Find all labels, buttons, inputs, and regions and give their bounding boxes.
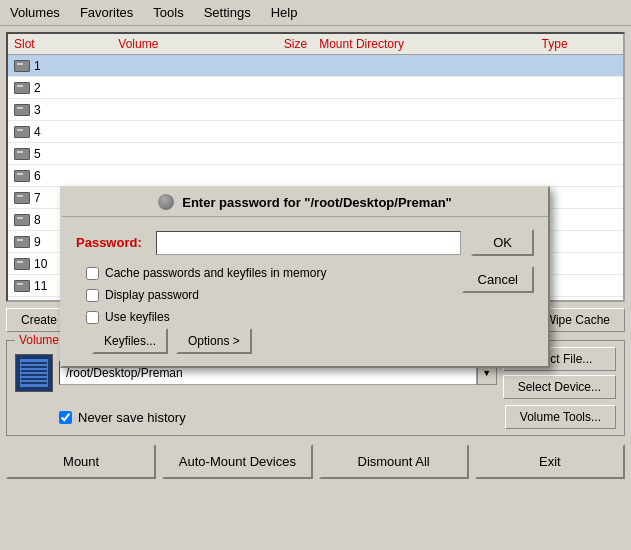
- volume-section-label: Volume: [15, 333, 63, 347]
- size-cell: [232, 55, 313, 77]
- dialog-body: Password: OK Cache passwords and keyfile…: [62, 217, 548, 366]
- dialog-icon: [158, 194, 174, 210]
- slot-cell: 3: [8, 99, 112, 121]
- use-keyfiles-checkbox[interactable]: [86, 311, 99, 324]
- col-type: Type: [536, 34, 623, 55]
- type-cell: [536, 143, 623, 165]
- mount-dir-cell: [313, 143, 535, 165]
- size-cell: [232, 143, 313, 165]
- slot-cell: 4: [8, 121, 112, 143]
- menu-tools[interactable]: Tools: [147, 3, 189, 22]
- password-dialog: Enter password for "/root/Desktop/Preman…: [60, 186, 550, 368]
- size-cell: [232, 77, 313, 99]
- volume-icon: [15, 354, 53, 392]
- dialog-ok-button[interactable]: OK: [471, 229, 534, 256]
- dismount-all-button[interactable]: Dismount All: [319, 444, 469, 479]
- volume-cell: [112, 99, 232, 121]
- volume-cell: [112, 165, 232, 187]
- size-cell: [232, 165, 313, 187]
- table-row[interactable]: 1: [8, 55, 623, 77]
- slot-cell: 5: [8, 143, 112, 165]
- menu-bar: Volumes Favorites Tools Settings Help: [0, 0, 631, 26]
- dialog-password-input[interactable]: [156, 231, 461, 255]
- mount-dir-cell: [313, 121, 535, 143]
- type-cell: [536, 99, 623, 121]
- keyfiles-button[interactable]: Keyfiles...: [92, 328, 168, 354]
- mount-dir-cell: [313, 99, 535, 121]
- dialog-right-buttons: Cancel: [462, 266, 534, 293]
- cache-passwords-label: Cache passwords and keyfiles in memory: [86, 266, 452, 280]
- mount-dir-cell: [313, 77, 535, 99]
- menu-favorites[interactable]: Favorites: [74, 3, 139, 22]
- col-mount-dir: Mount Directory: [313, 34, 535, 55]
- select-device-button[interactable]: Select Device...: [503, 375, 616, 399]
- type-cell: [536, 165, 623, 187]
- options-button[interactable]: Options >: [176, 328, 252, 354]
- never-save-history-row: Never save history Volume Tools...: [59, 405, 616, 429]
- table-row[interactable]: 5: [8, 143, 623, 165]
- type-cell: [536, 55, 623, 77]
- type-cell: [536, 121, 623, 143]
- volume-cell: [112, 121, 232, 143]
- never-save-history-label: Never save history: [78, 410, 186, 425]
- volume-cell: [112, 77, 232, 99]
- dialog-password-row: Password: OK: [76, 229, 534, 256]
- size-cell: [232, 121, 313, 143]
- volume-icon-inner: [20, 359, 48, 387]
- display-password-text: Display password: [105, 288, 199, 302]
- dialog-options: Cache passwords and keyfiles in memory D…: [86, 266, 452, 324]
- bottom-buttons: Mount Auto-Mount Devices Dismount All Ex…: [6, 444, 625, 479]
- never-save-history-checkbox[interactable]: [59, 411, 72, 424]
- menu-help[interactable]: Help: [265, 3, 304, 22]
- mount-button[interactable]: Mount: [6, 444, 156, 479]
- mount-dir-cell: [313, 55, 535, 77]
- menu-settings[interactable]: Settings: [198, 3, 257, 22]
- main-window: Slot Volume Size Mount Directory Type 12…: [0, 26, 631, 485]
- volume-cell: [112, 143, 232, 165]
- menu-volumes[interactable]: Volumes: [4, 3, 66, 22]
- table-row[interactable]: 6: [8, 165, 623, 187]
- type-cell: [536, 77, 623, 99]
- size-cell: [232, 99, 313, 121]
- dialog-bottom-row: Keyfiles... Options >: [76, 328, 534, 354]
- display-password-label: Display password: [86, 288, 452, 302]
- col-size: Size: [232, 34, 313, 55]
- exit-button[interactable]: Exit: [475, 444, 625, 479]
- col-volume: Volume: [112, 34, 232, 55]
- dialog-title: Enter password for "/root/Desktop/Preman…: [182, 195, 452, 210]
- dialog-cancel-button[interactable]: Cancel: [462, 266, 534, 293]
- volume-tools-button[interactable]: Volume Tools...: [505, 405, 616, 429]
- auto-mount-button[interactable]: Auto-Mount Devices: [162, 444, 312, 479]
- cache-passwords-checkbox[interactable]: [86, 267, 99, 280]
- use-keyfiles-text: Use keyfiles: [105, 310, 170, 324]
- volume-cell: [112, 55, 232, 77]
- cache-passwords-text: Cache passwords and keyfiles in memory: [105, 266, 326, 280]
- table-row[interactable]: 4: [8, 121, 623, 143]
- slot-cell: 2: [8, 77, 112, 99]
- display-password-checkbox[interactable]: [86, 289, 99, 302]
- dialog-titlebar: Enter password for "/root/Desktop/Preman…: [62, 188, 548, 217]
- mount-dir-cell: [313, 165, 535, 187]
- table-row[interactable]: 3: [8, 99, 623, 121]
- slot-cell: 1: [8, 55, 112, 77]
- use-keyfiles-label: Use keyfiles: [86, 310, 452, 324]
- slot-cell: 6: [8, 165, 112, 187]
- dialog-password-label: Password:: [76, 235, 146, 250]
- col-slot: Slot: [8, 34, 112, 55]
- table-row[interactable]: 2: [8, 77, 623, 99]
